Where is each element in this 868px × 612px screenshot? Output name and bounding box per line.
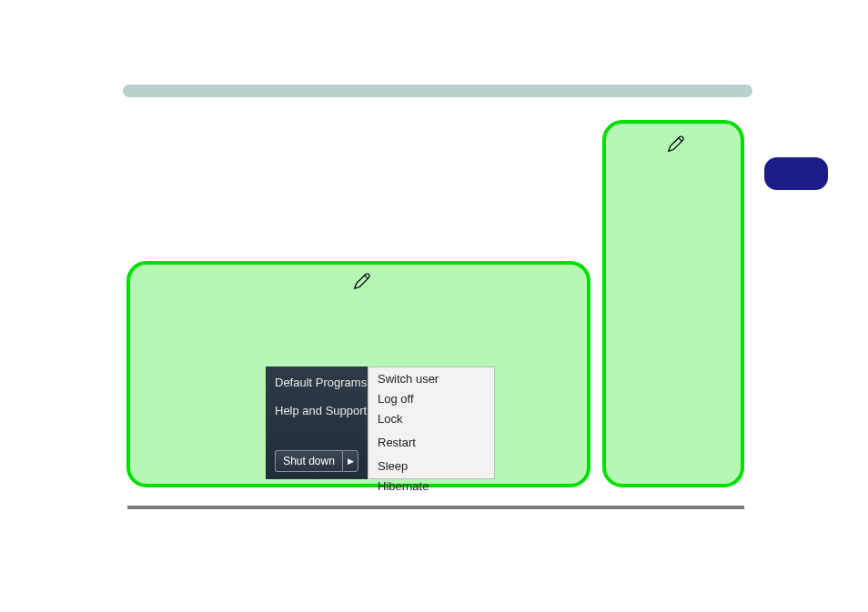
blue-action-pill[interactable] (764, 157, 828, 190)
power-options-menu: Switch user Log off Lock Restart Sleep H… (368, 366, 495, 479)
edit-icon[interactable] (352, 272, 372, 292)
edit-icon[interactable] (666, 135, 686, 155)
start-menu-link-help-support[interactable]: Help and Support (275, 404, 368, 417)
power-menu-switch-user[interactable]: Switch user (368, 369, 494, 389)
start-menu-fragment: Default Programs Help and Support Shut d… (266, 366, 495, 479)
shutdown-split-button[interactable]: Shut down ▶ (275, 450, 358, 472)
power-menu-log-off[interactable]: Log off (368, 389, 494, 409)
chevron-right-icon: ▶ (348, 456, 354, 466)
power-menu-restart[interactable]: Restart (368, 433, 494, 453)
shutdown-button[interactable]: Shut down (275, 450, 342, 472)
power-menu-lock[interactable]: Lock (368, 409, 494, 429)
power-menu-hibernate[interactable]: Hibernate (368, 477, 494, 497)
power-menu-sleep[interactable]: Sleep (368, 456, 494, 477)
bottom-divider (127, 506, 744, 509)
top-bar (123, 85, 752, 97)
start-menu-left-column: Default Programs Help and Support Shut d… (266, 366, 368, 479)
right-highlight-panel (602, 120, 744, 487)
start-menu-link-default-programs[interactable]: Default Programs (275, 376, 368, 389)
shutdown-more-button[interactable]: ▶ (342, 450, 358, 472)
